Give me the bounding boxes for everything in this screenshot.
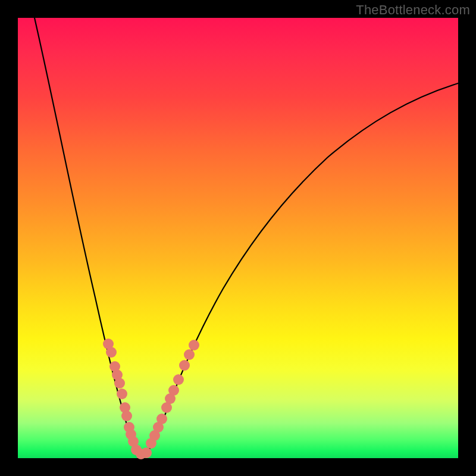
chart-frame: TheBottleneck.com [0, 0, 476, 476]
marker-cluster-left [103, 339, 139, 447]
svg-point-21 [173, 374, 184, 385]
svg-point-24 [189, 340, 199, 350]
svg-point-5 [117, 389, 127, 399]
svg-point-13 [141, 447, 152, 458]
plot-area [18, 18, 458, 458]
svg-point-23 [184, 349, 195, 360]
svg-point-4 [114, 378, 125, 389]
svg-point-20 [168, 385, 179, 396]
curve-svg [18, 18, 458, 458]
marker-cluster-right [146, 340, 199, 449]
bottleneck-curve [35, 18, 458, 457]
svg-point-22 [179, 360, 190, 371]
watermark-text: TheBottleneck.com [356, 2, 470, 18]
svg-point-7 [121, 411, 132, 421]
svg-point-17 [156, 414, 167, 424]
svg-point-1 [106, 347, 117, 358]
